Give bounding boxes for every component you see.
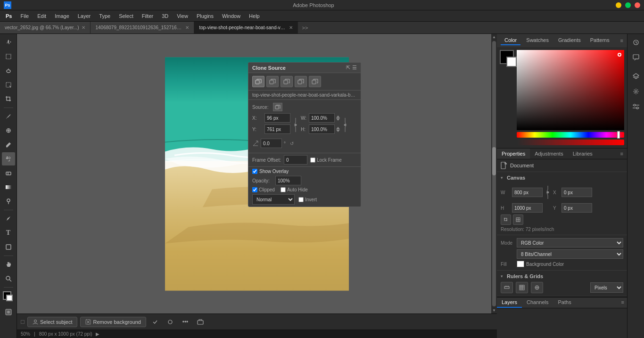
source-icon-btn[interactable] xyxy=(273,103,282,111)
background-color[interactable] xyxy=(6,295,13,301)
type-tool[interactable]: T xyxy=(2,226,15,239)
lock-frame-check[interactable] xyxy=(310,157,315,163)
clone-panel-expand[interactable]: ⇱ xyxy=(346,65,350,71)
dodge-tool[interactable] xyxy=(2,195,15,208)
clipped-input[interactable] xyxy=(252,187,257,192)
w-input[interactable] xyxy=(309,113,335,123)
canvas-grid-icon[interactable] xyxy=(513,214,523,225)
layers-more[interactable]: ≡ xyxy=(619,297,627,308)
layers-tab[interactable]: Layers xyxy=(497,297,522,308)
remove-bg-button[interactable]: Remove background xyxy=(80,317,146,327)
menu-layer[interactable]: Layer xyxy=(74,12,95,20)
canvas-crop-icon[interactable] xyxy=(501,214,511,225)
v-scrollbar[interactable]: ▲ ▼ xyxy=(491,34,497,313)
invert-check[interactable]: Invert xyxy=(298,197,317,202)
channels-tab[interactable]: Channels xyxy=(522,297,553,308)
eraser-tool[interactable] xyxy=(2,166,15,180)
clone-src-4[interactable] xyxy=(295,76,307,87)
lasso-tool[interactable] xyxy=(2,64,15,77)
rulers-section-header[interactable]: ▾ Rulers & Grids xyxy=(501,273,623,279)
hue-slider[interactable] xyxy=(517,132,624,138)
scroll-thumb[interactable] xyxy=(492,147,496,175)
h-input[interactable] xyxy=(309,124,335,134)
blend-mode-select[interactable]: Normal xyxy=(252,194,295,205)
menu-3d[interactable]: 3D xyxy=(158,12,172,20)
menu-plugins[interactable]: Plugins xyxy=(193,12,217,20)
tab-2-close[interactable]: ✕ xyxy=(289,25,293,30)
show-overlay-check[interactable]: Show Overlay xyxy=(252,169,289,174)
swatches-tab[interactable]: Swatches xyxy=(522,36,553,45)
scroll-down[interactable]: ▼ xyxy=(491,307,497,313)
object-select-tool[interactable] xyxy=(2,78,15,91)
tab-1[interactable]: 14068079_892213010912636_152716148648615… xyxy=(91,22,194,33)
ruler-btn-1[interactable] xyxy=(501,282,513,293)
wh-link-icon[interactable] xyxy=(545,183,551,201)
canvas-y-input[interactable] xyxy=(561,203,592,213)
patterns-tab[interactable]: Patterns xyxy=(586,36,613,45)
clone-src-2[interactable] xyxy=(266,76,279,87)
properties-more[interactable]: ≡ xyxy=(617,148,627,159)
bottom-icon-2[interactable] xyxy=(164,316,176,328)
panel-icon-properties[interactable] xyxy=(629,85,643,98)
tab-overflow[interactable]: >> xyxy=(298,25,312,31)
flip-btn[interactable]: ↺ xyxy=(288,139,296,148)
invert-input[interactable] xyxy=(298,197,304,202)
auto-hide-check[interactable]: Auto Hide xyxy=(281,187,308,192)
menu-type[interactable]: Type xyxy=(95,12,114,20)
y-input[interactable] xyxy=(264,124,290,134)
panel-icon-layers[interactable] xyxy=(629,70,643,83)
show-overlay-input[interactable] xyxy=(252,169,257,174)
title-bar-controls[interactable] xyxy=(616,2,640,8)
hand-tool[interactable] xyxy=(2,258,15,271)
canvas-content[interactable]: Clone Source ⇱ ☰ xyxy=(17,34,497,313)
clone-src-3[interactable] xyxy=(281,76,293,87)
panel-icon-history[interactable] xyxy=(629,36,643,49)
menu-select[interactable]: Select xyxy=(115,12,137,20)
marquee-tool[interactable] xyxy=(2,50,15,63)
panel-icon-comments[interactable] xyxy=(629,51,643,64)
zoom-tool[interactable] xyxy=(2,272,15,285)
alpha-slider[interactable] xyxy=(517,140,624,145)
close-button[interactable] xyxy=(635,2,640,8)
w-arrows[interactable] xyxy=(336,115,340,121)
tab-2[interactable]: top-view-shot-people-near-boat-sand-vark… xyxy=(194,22,298,33)
crop-tool[interactable] xyxy=(2,92,15,106)
color-tab[interactable]: Color xyxy=(501,36,520,45)
bottom-icon-1[interactable] xyxy=(149,316,161,328)
adjustments-tab[interactable]: Adjustments xyxy=(530,148,568,159)
status-arrow[interactable]: ▶ xyxy=(96,331,99,337)
paths-tab[interactable]: Paths xyxy=(553,297,576,308)
tab-0-close[interactable]: ✕ xyxy=(82,25,85,30)
angle-input[interactable] xyxy=(261,139,282,148)
quick-mask[interactable] xyxy=(2,305,15,319)
opacity-input[interactable] xyxy=(275,176,301,185)
bottom-icon-3[interactable]: ••• xyxy=(179,316,191,328)
canvas-section-header[interactable]: ▾ Canvas xyxy=(501,175,623,181)
tab-1-close[interactable]: ✕ xyxy=(185,25,189,30)
menu-window[interactable]: Window xyxy=(218,12,244,20)
ruler-unit-select[interactable]: Pixels xyxy=(590,282,623,293)
menu-file[interactable]: File xyxy=(17,12,33,20)
menu-view[interactable]: View xyxy=(173,12,192,20)
gradient-tool[interactable] xyxy=(2,181,15,194)
spot-heal-tool[interactable] xyxy=(2,124,15,137)
clipped-check[interactable]: Clipped xyxy=(252,187,275,192)
fg-bg-colors[interactable] xyxy=(2,290,15,304)
eyedropper-tool[interactable] xyxy=(2,110,15,123)
fill-color-box[interactable] xyxy=(517,261,524,267)
gradients-tab[interactable]: Gradients xyxy=(554,36,585,45)
mode-select[interactable]: RGB Color xyxy=(517,238,623,247)
maximize-button[interactable] xyxy=(625,2,631,8)
h-arrows[interactable] xyxy=(336,127,340,132)
clone-panel-menu[interactable]: ☰ xyxy=(352,65,357,71)
panel-icon-adjustments[interactable] xyxy=(629,100,643,113)
x-input[interactable] xyxy=(264,113,290,123)
ruler-btn-3[interactable] xyxy=(531,282,543,293)
pen-tool[interactable] xyxy=(2,212,15,225)
ruler-btn-2[interactable] xyxy=(516,282,528,293)
menu-filter[interactable]: Filter xyxy=(138,12,157,20)
move-tool[interactable] xyxy=(2,36,15,49)
minimize-button[interactable] xyxy=(616,2,621,8)
canvas-x-input[interactable] xyxy=(561,188,592,197)
canvas-h-input[interactable] xyxy=(512,203,543,213)
